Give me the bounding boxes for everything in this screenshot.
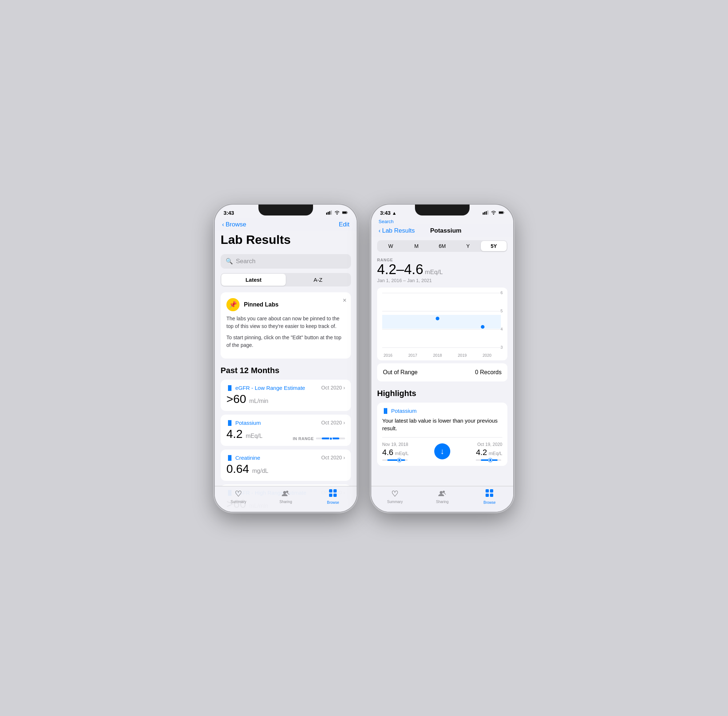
highlight-card[interactable]: ▐▌ Potassium Your latest lab value is lo… [377,403,507,466]
status-time: 3:43 [223,210,234,216]
oor-label: Out of Range [383,369,417,376]
browse-icon [329,489,337,499]
lab-date-0: Oct 2020 › [322,385,346,391]
lab-bar-icon-1: ▐▌ [226,420,233,426]
svg-text:2019: 2019 [458,353,467,358]
svg-point-39 [443,491,445,493]
notch [258,205,313,215]
segment-az[interactable]: A-Z [286,274,350,286]
sharing-icon [282,489,290,499]
compare-latest-date: Oct 19, 2020 [476,442,502,447]
tab-browse-label: Browse [327,501,339,505]
signal-icon [326,210,332,215]
range-indicator-1: IN RANGE [293,437,345,441]
svg-rect-13 [334,494,337,497]
tab-sharing-right[interactable]: Sharing [419,489,466,505]
segment-control: Latest A-Z [221,273,351,287]
status-icons-right [483,210,505,215]
notch-right [415,205,470,215]
range-date: Jan 1, 2016 – Jan 1, 2021 [377,278,507,283]
lab-card-1[interactable]: ▐▌ Potassium Oct 2020 › 4.2 mEq/L IN RAN… [221,415,351,446]
nav-back-button[interactable]: ‹ Browse [222,221,246,228]
nav-bar-right: ‹ Lab Results Potassium [371,224,513,237]
signal-icon-right [483,210,488,215]
status-time-right: 3:43 ▲ [380,210,396,216]
svg-point-38 [440,491,443,494]
browse-icon-right [485,489,494,499]
chevron-left-icon-right: ‹ [379,227,381,234]
close-button[interactable]: × [343,297,347,304]
svg-point-4 [337,214,338,215]
range-bar [316,438,345,439]
search-bar[interactable]: 🔍 Search [221,254,351,268]
svg-rect-7 [343,211,347,213]
svg-rect-0 [326,212,327,215]
section-header: Past 12 Months [215,363,357,380]
right-screen: Search ‹ Lab Results Potassium W M 6M Y … [371,218,513,509]
lab-card-0[interactable]: ▐▌ eGFR - Low Range Estimate Oct 2020 › … [221,380,351,411]
highlight-divider [382,437,502,438]
tab-summary[interactable]: ♡ Summary [215,489,262,505]
compare-latest-val-row: 4.2 mEq/L [476,448,502,457]
svg-point-36 [436,317,439,320]
page-title: Lab Results [215,231,357,251]
arrow-down-icon: ↓ [434,443,450,460]
highlights-title: Highlights [377,389,507,398]
nav-action[interactable]: Edit [339,221,349,228]
compare-previous: Nov 19, 2018 4.6 mEq/L [382,442,409,461]
time-btn-y[interactable]: Y [455,241,481,251]
svg-text:2020: 2020 [483,353,491,358]
segment-latest[interactable]: Latest [221,274,286,286]
time-btn-m[interactable]: M [404,241,429,251]
search-icon: 🔍 [226,258,233,265]
range-display: RANGE 4.2–4.6 mEq/L Jan 1, 2016 – Jan 1,… [371,255,513,285]
lab-card-2[interactable]: ▐▌ Creatinine Oct 2020 › 0.64 mg/dL [221,449,351,481]
lab-date-1: Oct 2020 › [322,420,346,426]
svg-text:3: 3 [501,345,503,349]
compare-prev-val-row: 4.6 mEq/L [382,448,409,457]
svg-rect-1 [328,212,329,215]
heart-icon-right: ♡ [391,489,399,499]
svg-rect-12 [329,494,332,497]
lab-value-0: >60 mL/min [226,392,345,406]
nav-back-right[interactable]: ‹ Lab Results [379,227,415,234]
svg-rect-6 [347,212,347,213]
left-phone: 3:43 [215,205,357,512]
wifi-icon [334,210,340,215]
pinned-text-2: To start pinning, click on the "Edit" bu… [226,334,345,349]
tab-summary-right[interactable]: ♡ Summary [371,489,419,505]
tab-summary-label-right: Summary [387,500,403,504]
pinned-header: 📌 Pinned Labs [226,298,345,311]
compare-prev-val: 4.6 [382,448,393,457]
svg-rect-14 [483,212,484,215]
compare-latest-unit: mEq/L [488,451,502,456]
nav-bar: ‹ Browse Edit [215,218,357,231]
tab-bar-right: ♡ Summary Sharing [371,486,513,512]
svg-rect-16 [485,211,487,214]
tab-browse[interactable]: Browse [309,489,357,505]
battery-icon-right [499,210,505,215]
range-value: 4.2–4.6 [377,262,423,277]
lab-name-0: ▐▌ eGFR - Low Range Estimate [226,385,305,391]
svg-point-9 [286,491,288,493]
search-placeholder: Search [236,258,256,265]
tab-sharing[interactable]: Sharing [262,489,309,505]
time-btn-6m[interactable]: 6M [429,241,455,251]
tab-browse-right[interactable]: Browse [466,489,513,505]
svg-text:5: 5 [501,309,503,313]
compare-latest-bar [476,460,502,461]
range-unit: mEq/L [425,268,443,276]
time-btn-w[interactable]: W [378,241,404,251]
lab-bar-icon-2: ▐▌ [226,455,233,460]
chevron-left-icon: ‹ [222,221,224,228]
out-of-range-row[interactable]: Out of Range 0 Records [377,363,507,381]
location-icon: ▲ [392,210,397,216]
wifi-icon-right [491,210,496,215]
pin-icon: 📌 [226,298,240,311]
svg-rect-15 [484,212,485,215]
nav-back-label: Browse [226,221,246,228]
battery-icon [342,210,348,215]
time-btn-5y[interactable]: 5Y [481,241,507,251]
svg-rect-11 [334,489,337,493]
time-selector: W M 6M Y 5Y [377,240,507,252]
